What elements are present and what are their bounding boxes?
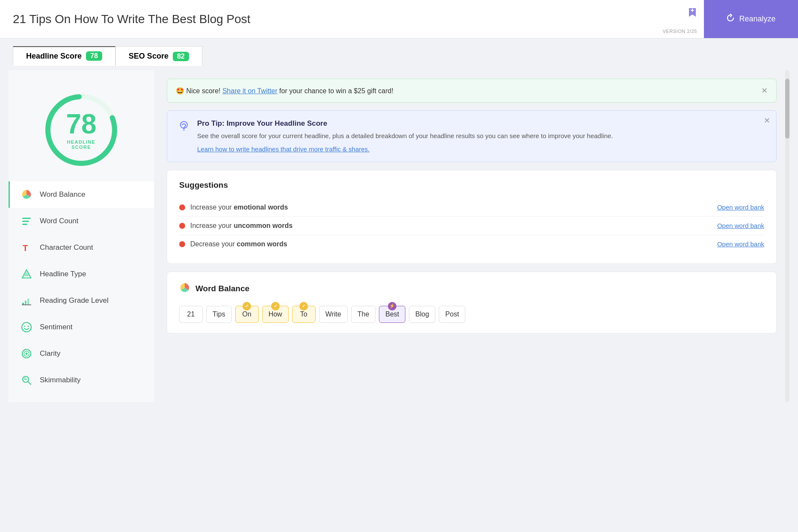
suggestion-dot-1 bbox=[179, 223, 185, 229]
pro-tip-close-button[interactable]: ✕ bbox=[764, 116, 770, 125]
reanalyze-icon bbox=[726, 14, 735, 24]
svg-point-23 bbox=[183, 130, 185, 131]
score-inner: 78 HEADLINE SCORE bbox=[66, 110, 96, 150]
svg-text:T: T bbox=[23, 243, 28, 253]
word-tile-1: Tips bbox=[206, 306, 232, 323]
word-count-icon bbox=[20, 215, 33, 228]
svg-rect-10 bbox=[27, 299, 29, 305]
word-tile-9: Post bbox=[439, 306, 465, 323]
pro-tip-link[interactable]: Learn how to write headlines that drive … bbox=[197, 145, 369, 153]
suggestion-text-0: Increase your emotional words bbox=[190, 204, 288, 211]
pro-tip-body: See the overall score for your current h… bbox=[197, 131, 766, 141]
suggestion-left-1: Increase your uncommon words bbox=[179, 222, 293, 230]
suggestion-link-2[interactable]: Open word bank bbox=[717, 240, 764, 248]
headline-text: 21 Tips On How To Write The Best Blog Po… bbox=[13, 12, 691, 26]
svg-line-19 bbox=[28, 381, 31, 384]
svg-point-17 bbox=[26, 353, 28, 355]
sidebar-item-sentiment-label: Sentiment bbox=[40, 323, 73, 331]
tile-badge-4: ✓ bbox=[299, 302, 308, 310]
word-balance-box: Word Balance 21 Tips ✓ On ✓ bbox=[167, 272, 777, 334]
tab-seo-label: SEO Score bbox=[129, 52, 168, 61]
suggestion-link-1[interactable]: Open word bank bbox=[717, 222, 764, 229]
word-tile-7: ⚡ Best bbox=[379, 306, 405, 323]
sidebar-item-reading-grade-label: Reading Grade Level bbox=[40, 296, 109, 305]
sidebar-item-skimmability-label: Skimmability bbox=[40, 376, 80, 384]
suggestion-row-2: Decrease your common words Open word ban… bbox=[179, 235, 764, 253]
right-panel: 🤩 Nice score! Share it on Twitter for yo… bbox=[154, 70, 789, 402]
pro-tip-icon bbox=[177, 120, 190, 136]
word-tile-3: ✓ How bbox=[262, 306, 289, 323]
alert-suffix: for your chance to win a $25 gift card! bbox=[279, 87, 393, 95]
suggestions-title: Suggestions bbox=[179, 180, 764, 190]
tab-seo-score: 82 bbox=[173, 52, 189, 61]
alert-text: 🤩 Nice score! Share it on Twitter for yo… bbox=[176, 87, 393, 95]
tab-seo[interactable]: SEO Score 82 bbox=[115, 46, 202, 66]
alert-close-button[interactable]: ✕ bbox=[761, 86, 768, 95]
sidebar-item-sentiment[interactable]: Sentiment bbox=[9, 314, 154, 340]
svg-rect-11 bbox=[22, 304, 31, 305]
skimmability-icon bbox=[20, 374, 33, 387]
sidebar-item-character-count-label: Character Count bbox=[40, 243, 93, 252]
tabs-row: Headline Score 78 SEO Score 82 bbox=[0, 38, 798, 66]
svg-rect-4 bbox=[22, 224, 27, 225]
word-tiles: 21 Tips ✓ On ✓ How bbox=[179, 306, 764, 323]
tab-headline[interactable]: Headline Score 78 bbox=[13, 46, 115, 66]
svg-rect-3 bbox=[22, 221, 29, 222]
reanalyze-label: Reanalyze bbox=[739, 15, 775, 24]
top-bar: 21 Tips On How To Write The Best Blog Po… bbox=[0, 0, 798, 38]
suggestion-dot-0 bbox=[179, 204, 185, 210]
sidebar-item-skimmability[interactable]: Skimmability bbox=[9, 367, 154, 393]
pro-tip-box: Pro Tip: Improve Your Headline Score See… bbox=[167, 110, 777, 162]
sidebar-item-word-count-label: Word Count bbox=[40, 217, 78, 225]
svg-point-14 bbox=[28, 326, 29, 327]
headline-type-icon bbox=[20, 268, 33, 281]
sidebar: 78 HEADLINE SCORE Word Balance bbox=[9, 70, 154, 402]
tile-badge-7: ⚡ bbox=[388, 302, 396, 310]
word-tile-8: Blog bbox=[409, 306, 435, 323]
word-balance-title-icon bbox=[179, 282, 190, 296]
svg-point-13 bbox=[24, 326, 26, 327]
word-balance-title: Word Balance bbox=[179, 282, 764, 296]
suggestion-left-0: Increase your emotional words bbox=[179, 204, 288, 211]
suggestion-row-0: Increase your emotional words Open word … bbox=[179, 198, 764, 217]
word-tile-4: ✓ To bbox=[292, 306, 316, 323]
sidebar-item-word-count[interactable]: Word Count bbox=[9, 208, 154, 234]
suggestion-link-0[interactable]: Open word bank bbox=[717, 204, 764, 211]
suggestion-left-2: Decrease your common words bbox=[179, 240, 287, 248]
main-content: 78 HEADLINE SCORE Word Balance bbox=[0, 66, 798, 411]
word-tile-6: The bbox=[351, 306, 376, 323]
word-balance-icon bbox=[20, 188, 33, 201]
svg-point-12 bbox=[22, 322, 31, 332]
alert-twitter-link[interactable]: Share it on Twitter bbox=[222, 87, 278, 95]
tab-headline-label: Headline Score bbox=[26, 52, 82, 61]
suggestion-text-2: Decrease your common words bbox=[190, 240, 287, 248]
tab-headline-score: 78 bbox=[86, 51, 102, 61]
alert-box: 🤩 Nice score! Share it on Twitter for yo… bbox=[167, 79, 777, 103]
svg-rect-2 bbox=[22, 218, 31, 219]
scrollbar-track[interactable] bbox=[785, 70, 789, 402]
bookmark-icon[interactable] bbox=[688, 7, 697, 20]
word-tile-5: Write bbox=[319, 306, 348, 323]
reading-grade-icon bbox=[20, 294, 33, 307]
sidebar-item-character-count[interactable]: T Character Count bbox=[9, 234, 154, 261]
scrollbar-thumb[interactable] bbox=[785, 79, 789, 139]
sidebar-item-clarity-label: Clarity bbox=[40, 349, 60, 358]
alert-prefix: Nice score! bbox=[186, 87, 222, 95]
suggestion-text-1: Increase your uncommon words bbox=[190, 222, 293, 230]
suggestion-row-1: Increase your uncommon words Open word b… bbox=[179, 217, 764, 235]
score-circle: 78 HEADLINE SCORE bbox=[43, 92, 120, 168]
reanalyze-button[interactable]: Reanalyze bbox=[704, 0, 798, 38]
alert-emoji: 🤩 bbox=[176, 87, 184, 95]
svg-rect-9 bbox=[25, 301, 27, 305]
sidebar-item-clarity[interactable]: Clarity bbox=[9, 340, 154, 367]
sentiment-icon bbox=[20, 321, 33, 334]
sidebar-item-reading-grade[interactable]: Reading Grade Level bbox=[9, 287, 154, 314]
version-label: VERSION 2/25 bbox=[662, 29, 697, 34]
sidebar-item-word-balance[interactable]: Word Balance bbox=[9, 181, 154, 208]
character-count-icon: T bbox=[20, 241, 33, 254]
headline-input-area: 21 Tips On How To Write The Best Blog Po… bbox=[0, 0, 704, 38]
sidebar-item-headline-type[interactable]: Headline Type bbox=[9, 261, 154, 287]
word-tile-0: 21 bbox=[179, 306, 203, 323]
clarity-icon bbox=[20, 347, 33, 360]
tile-badge-3: ✓ bbox=[271, 302, 280, 310]
